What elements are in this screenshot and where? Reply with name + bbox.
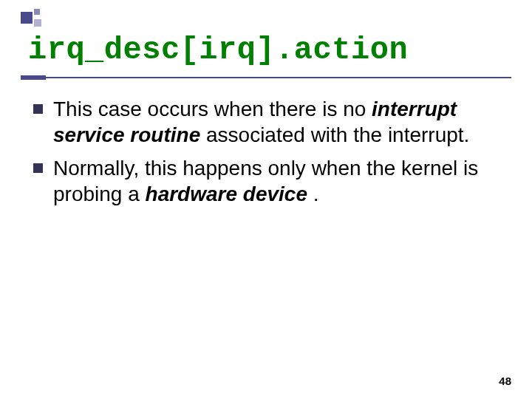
bullet-icon [33, 163, 43, 173]
square-icon [34, 9, 40, 15]
list-item: Normally, this happens only when the ker… [33, 155, 495, 207]
title-rule [21, 75, 511, 77]
slide-title: irq_desc[irq].action [28, 33, 408, 68]
list-item: This case occurs when there is no interr… [33, 96, 495, 148]
page-number: 48 [499, 375, 511, 387]
rule-line [21, 77, 511, 78]
bullet-text: This case occurs when there is no interr… [53, 96, 495, 148]
text-run: This case occurs when there is no [53, 98, 372, 120]
bullet-text: Normally, this happens only when the ker… [53, 155, 495, 207]
square-icon [34, 19, 41, 27]
corner-decoration [21, 9, 41, 30]
slide-body: This case occurs when there is no interr… [33, 96, 495, 214]
text-run: . [313, 183, 319, 205]
bullet-icon [33, 104, 43, 114]
square-icon [21, 12, 33, 24]
emphasis: hardware device [146, 183, 307, 205]
text-run: associated with the interrupt. [206, 123, 469, 146]
